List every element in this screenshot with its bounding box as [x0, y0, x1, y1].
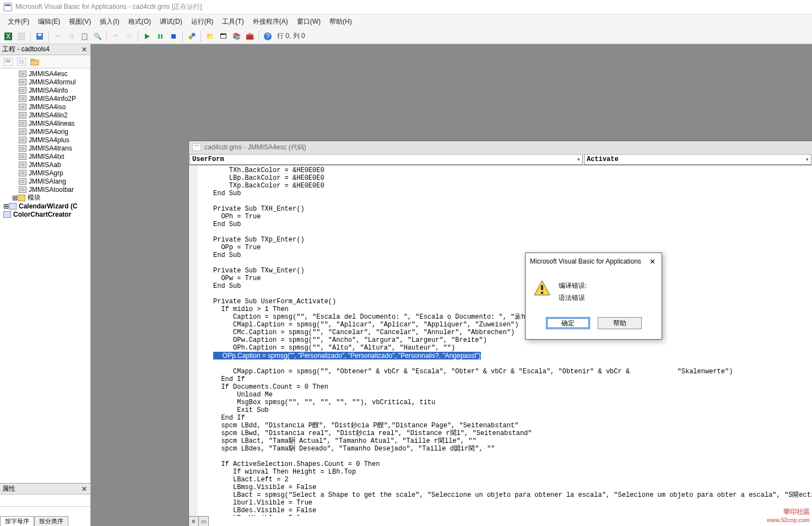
- procedure-dropdown[interactable]: Activate▾: [584, 154, 811, 165]
- menu-item[interactable]: 外接程序(A): [250, 16, 291, 28]
- menu-item[interactable]: 格式(O): [125, 16, 154, 28]
- svg-marker-7: [145, 34, 150, 39]
- form-icon: ▭: [19, 71, 26, 77]
- form-icon: ▭: [19, 95, 26, 102]
- svg-rect-10: [171, 34, 176, 39]
- form-icon: ▭: [19, 170, 26, 176]
- form-icon: ▭: [19, 87, 26, 94]
- tree-folder[interactable]: ⊞ 模块: [0, 194, 90, 202]
- view-object-icon[interactable]: [15, 56, 28, 68]
- run-icon[interactable]: [141, 30, 153, 42]
- project-explorer-icon[interactable]: 📁: [204, 30, 216, 42]
- help-button[interactable]: 帮助: [598, 317, 642, 329]
- warning-icon: [533, 280, 551, 297]
- svg-rect-26: [541, 292, 543, 294]
- properties-tab[interactable]: 按字母序: [0, 516, 34, 526]
- svg-rect-9: [161, 34, 163, 39]
- close-icon[interactable]: ✕: [80, 485, 88, 493]
- tree-item[interactable]: ▭JMMISA4lin2: [0, 111, 90, 119]
- menu-item[interactable]: 帮助(H): [326, 16, 355, 28]
- tree-item[interactable]: ▭JMMISA4plus: [0, 136, 90, 144]
- project-icon: [3, 211, 11, 218]
- form-icon: ▭: [19, 79, 26, 85]
- tree-item[interactable]: ▭JMMISA4orig: [0, 127, 90, 136]
- tree-item[interactable]: ▭JMMISA4iso: [0, 103, 90, 111]
- properties-tab[interactable]: 按分类序: [34, 516, 68, 526]
- code-window: cad4cdr.gms - JMMISA4esc (代码) UserForm▾ …: [188, 141, 812, 526]
- project-panel-header: 工程 - cadtools4 ✕: [0, 44, 90, 55]
- toolbox-icon[interactable]: 🧰: [243, 30, 256, 42]
- tree-item[interactable]: ▭JMMISA4trans: [0, 144, 90, 152]
- close-icon[interactable]: ✕: [80, 46, 88, 53]
- tree-item[interactable]: ▭JMMISAgrp: [0, 169, 90, 177]
- reset-icon[interactable]: [167, 30, 180, 42]
- tree-item[interactable]: ▭JMMISAlang: [0, 177, 90, 185]
- tree-item[interactable]: ▭JMMISA4esc: [0, 69, 90, 78]
- tree-item[interactable]: ▭JMMISA4txt: [0, 152, 90, 160]
- dialog-titlebar[interactable]: Microsoft Visual Basic for Applications …: [526, 253, 662, 270]
- dialog-message: 编译错误: 语法错误: [559, 280, 587, 304]
- break-icon[interactable]: [154, 30, 166, 42]
- tree-item[interactable]: ▭JMMISAtoolbar: [0, 185, 90, 194]
- menubar: 文件(F)编辑(E)视图(V)插入(I)格式(O)调试(D)运行(R)工具(T)…: [0, 14, 812, 29]
- app-icon: [3, 3, 12, 12]
- menu-item[interactable]: 文件(F): [4, 16, 33, 28]
- cut-icon: ✂: [52, 30, 64, 42]
- window-title: Microsoft Visual Basic for Applications …: [15, 2, 202, 12]
- form-icon: ▭: [19, 162, 26, 168]
- object-browser-icon[interactable]: 📚: [230, 30, 242, 42]
- menu-item[interactable]: 窗口(W): [294, 16, 324, 28]
- close-icon[interactable]: ✕: [647, 257, 657, 266]
- procedure-view-button[interactable]: ≡: [189, 517, 199, 526]
- properties-selector[interactable]: [0, 495, 90, 507]
- chevron-down-icon: ▾: [577, 157, 580, 162]
- tree-item[interactable]: ▭JMMISA4info2P: [0, 94, 90, 103]
- save-icon[interactable]: [34, 30, 46, 42]
- menu-item[interactable]: 工具(T): [219, 16, 247, 28]
- tree-item[interactable]: ▭JMMISA4lineas: [0, 119, 90, 127]
- project-panel-toolbar: [0, 55, 90, 68]
- tree-item[interactable]: ▭JMMISA4info: [0, 86, 90, 94]
- help-icon[interactable]: ?: [262, 30, 274, 42]
- find-icon[interactable]: 🔍: [91, 30, 104, 42]
- svg-rect-21: [31, 59, 34, 61]
- svg-text:?: ?: [266, 33, 270, 40]
- tree-project[interactable]: ⊞ CalendarWizard (C: [0, 202, 90, 210]
- form-icon: ▭: [19, 178, 26, 185]
- ok-button[interactable]: 确定: [546, 317, 590, 329]
- svg-rect-1: [5, 4, 10, 6]
- cursor-position: 行 0, 列 0: [275, 31, 307, 41]
- menu-item[interactable]: 运行(R): [188, 16, 217, 28]
- svg-rect-12: [192, 33, 195, 36]
- view-excel-icon[interactable]: X: [2, 30, 14, 42]
- properties-panel-title: 属性: [2, 484, 15, 493]
- svg-rect-22: [192, 143, 201, 151]
- project-icon: [9, 203, 17, 210]
- design-mode-icon[interactable]: [186, 30, 198, 42]
- folder-toggle-icon[interactable]: [29, 56, 41, 68]
- project-tree[interactable]: ▭JMMISA4esc▭JMMISA4formul▭JMMISA4info▭JM…: [0, 68, 90, 483]
- object-dropdown[interactable]: UserForm▾: [190, 154, 583, 165]
- tree-item[interactable]: ▭JMMISAab: [0, 160, 90, 169]
- form-icon: ▭: [19, 104, 26, 110]
- view-code-icon[interactable]: [2, 56, 14, 68]
- menu-item[interactable]: 插入(I): [96, 16, 122, 28]
- menu-item[interactable]: 视图(V): [66, 16, 94, 28]
- left-panels: 工程 - cadtools4 ✕ ▭JMMISA4esc▭JMMISA4form…: [0, 44, 91, 526]
- tree-project[interactable]: ColorChartCreator: [0, 210, 90, 218]
- error-dialog: Microsoft Visual Basic for Applications …: [525, 253, 662, 340]
- tree-item[interactable]: ▭JMMISA4formul: [0, 78, 90, 86]
- svg-rect-25: [541, 285, 543, 290]
- properties-tabs: 按字母序按分类序: [0, 516, 90, 526]
- code-window-title: cad4cdr.gms - JMMISA4esc (代码): [204, 143, 306, 152]
- form-icon: ▭: [19, 120, 26, 127]
- form-icon: ▭: [19, 112, 26, 119]
- menu-item[interactable]: 调试(D): [156, 16, 186, 28]
- folder-icon: [18, 195, 25, 201]
- code-window-titlebar: cad4cdr.gms - JMMISA4esc (代码): [189, 141, 812, 153]
- full-module-view-button[interactable]: ▭: [199, 517, 209, 526]
- menu-item[interactable]: 编辑(E): [35, 16, 63, 28]
- code-editor[interactable]: TXh.BackColor = &HE0E0E0 LBp.BackColor =…: [189, 165, 812, 516]
- properties-window-icon[interactable]: 🗔: [217, 30, 229, 42]
- svg-text:X: X: [6, 33, 10, 40]
